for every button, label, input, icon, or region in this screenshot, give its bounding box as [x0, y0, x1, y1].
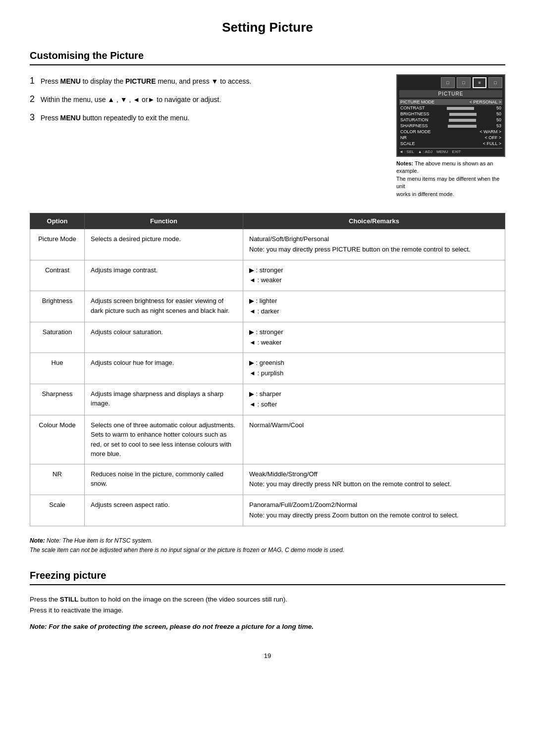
icon-4: □: [488, 77, 502, 88]
footnote-line2: The scale item can not be adjusted when …: [30, 546, 505, 555]
menu-row-bar: [449, 111, 477, 116]
menu-row-value: 50: [496, 117, 501, 122]
menu-row-bar: [448, 123, 477, 128]
table-row: Picture ModeSelects a desired picture mo…: [30, 229, 505, 260]
cell-function: Adjusts colour saturation.: [85, 322, 243, 353]
step-list: 1 Press MENU to display the PICTURE menu…: [30, 74, 381, 124]
table-row: Colour ModeSelects one of three automati…: [30, 415, 505, 464]
menu-row-label: SATURATION: [400, 117, 428, 122]
footnote-line1: Note: Note: The Hue item is for NTSC sys…: [30, 536, 505, 546]
freezing-text-2: Press it to reactivate the image.: [30, 606, 123, 614]
menu-image-container: □ □ ≡ □ PICTURE PICTURE MODE < PERSONAL …: [396, 74, 505, 198]
freezing-section-title: Freezing picture: [30, 570, 505, 585]
footer-sel: ◄ : SEL: [399, 150, 414, 154]
menu-row-label: PICTURE MODE: [400, 100, 434, 104]
menu-top-icons: □ □ ≡ □: [399, 77, 502, 88]
cell-option: Brightness: [30, 291, 85, 322]
cell-choice: Natural/Soft/Bright/PersonalNote: you ma…: [243, 229, 505, 260]
menu-row-value: < OFF >: [484, 135, 501, 140]
menu-row-label: CONTRAST: [400, 105, 425, 110]
table-header-row: Option Function Choice/Remarks: [30, 213, 505, 229]
menu-notes: Notes: The above menu is shown as an exa…: [396, 160, 505, 198]
menu-row-value: < FULL >: [483, 141, 501, 146]
step-3-num: 3: [30, 112, 35, 122]
menu-row-bar: [447, 105, 474, 110]
menu-row-value: < PERSONAL >: [470, 100, 501, 104]
menu-row-contrast: CONTRAST 50: [399, 105, 502, 111]
cell-option: NR: [30, 464, 85, 495]
cell-choice: ▶ : sharper◄ : softer: [243, 384, 505, 415]
menu-mockup: □ □ ≡ □ PICTURE PICTURE MODE < PERSONAL …: [396, 74, 505, 157]
menu-footer: ◄ : SEL ▲ : ADJ MENU EXIT: [399, 148, 502, 154]
cell-option: Scale: [30, 495, 85, 526]
menu-header: PICTURE: [399, 90, 502, 98]
cell-function: Adjusts screen aspect ratio.: [85, 495, 243, 526]
col-option: Option: [30, 213, 85, 229]
cell-function: Adjusts colour hue for image.: [85, 353, 243, 384]
step-3: 3 Press MENU button repeatedly to exit t…: [30, 111, 381, 124]
customising-steps: 1 Press MENU to display the PICTURE menu…: [30, 74, 381, 198]
menu-row-bar: [449, 117, 476, 122]
cell-function: Adjusts image contrast.: [85, 260, 243, 291]
footer-adj: ▲ : ADJ: [418, 150, 432, 154]
table-body: Picture ModeSelects a desired picture mo…: [30, 229, 505, 526]
menu-row-label: BRIGHTNESS: [400, 111, 429, 116]
cell-choice: Normal/Warm/Cool: [243, 415, 505, 464]
step-1-picture-bold: PICTURE: [125, 77, 156, 85]
cell-option: Sharpness: [30, 384, 85, 415]
step-2: 2 Within the menu, use ▲ , ▼ , ◄ or► to …: [30, 93, 381, 106]
menu-row-label: SCALE: [400, 141, 415, 146]
menu-row-colormode: COLOR MODE < WARM >: [399, 129, 502, 135]
cell-choice: Panorama/Full/Zoom1/Zoom2/NormalNote: yo…: [243, 495, 505, 526]
footer-menu: MENU: [436, 150, 448, 154]
table-row: SharpnessAdjusts image sharpness and dis…: [30, 384, 505, 415]
cell-option: Picture Mode: [30, 229, 85, 260]
menu-row-value: 50: [496, 111, 501, 116]
menu-row-label: NR: [400, 135, 407, 140]
freezing-text-1: Press the STILL button to hold on the im…: [30, 594, 505, 615]
step-1: 1 Press MENU to display the PICTURE menu…: [30, 74, 381, 88]
menu-row-saturation: SATURATION 50: [399, 117, 502, 123]
cell-option: Contrast: [30, 260, 85, 291]
page-number: 19: [30, 652, 505, 659]
table-row: ContrastAdjusts image contrast.▶ : stron…: [30, 260, 505, 291]
step-1-num: 1: [30, 76, 35, 86]
col-function: Function: [85, 213, 243, 229]
menu-row-picturemode: PICTURE MODE < PERSONAL >: [399, 99, 502, 105]
step-3-menu-bold: MENU: [60, 114, 81, 122]
menu-row-value: 50: [496, 105, 501, 110]
cell-function: Selects one of three automatic colour ad…: [85, 415, 243, 464]
still-bold: STILL: [60, 596, 79, 603]
menu-row-nr: NR < OFF >: [399, 135, 502, 141]
menu-row-label: SHARPNESS: [400, 123, 428, 128]
menu-row-label: COLOR MODE: [400, 129, 431, 134]
icon-1: □: [441, 77, 455, 88]
col-choice: Choice/Remarks: [243, 213, 505, 229]
table-row: SaturationAdjusts colour saturation.▶ : …: [30, 322, 505, 353]
cell-option: Saturation: [30, 322, 85, 353]
customising-section-title: Customising the Picture: [30, 50, 505, 65]
cell-choice: ▶ : greenish◄ : purplish: [243, 353, 505, 384]
table-row: ScaleAdjusts screen aspect ratio.Panoram…: [30, 495, 505, 526]
cell-choice: ▶ : stronger◄ : weaker: [243, 260, 505, 291]
options-table: Option Function Choice/Remarks Picture M…: [30, 213, 505, 526]
page-title: Setting Picture: [30, 20, 505, 35]
cell-function: Reduces noise in the picture, commonly c…: [85, 464, 243, 495]
menu-row-value: < WARM >: [480, 129, 501, 134]
footnote-note-bold: Note:: [30, 537, 45, 544]
menu-row-brightness: BRIGHTNESS 50: [399, 111, 502, 117]
cell-choice: ▶ : stronger◄ : weaker: [243, 322, 505, 353]
cell-function: Adjusts image sharpness and displays a s…: [85, 384, 243, 415]
menu-row-scale: SCALE < FULL >: [399, 141, 502, 147]
menu-row-sharpness: SHARPNESS 53: [399, 123, 502, 129]
customising-content: 1 Press MENU to display the PICTURE menu…: [30, 74, 505, 198]
table-row: BrightnessAdjusts screen brightness for …: [30, 291, 505, 322]
table-row: HueAdjusts colour hue for image.▶ : gree…: [30, 353, 505, 384]
menu-row-value: 53: [496, 123, 501, 128]
cell-choice: Weak/Middle/Strong/OffNote: you may dire…: [243, 464, 505, 495]
table-header: Option Function Choice/Remarks: [30, 213, 505, 229]
freezing-note: Note: For the sake of protecting the scr…: [30, 621, 505, 632]
freezing-note-text: Note: For the sake of protecting the scr…: [30, 623, 314, 630]
icon-3: ≡: [473, 77, 486, 88]
freezing-section: Freezing picture Press the STILL button …: [30, 570, 505, 632]
